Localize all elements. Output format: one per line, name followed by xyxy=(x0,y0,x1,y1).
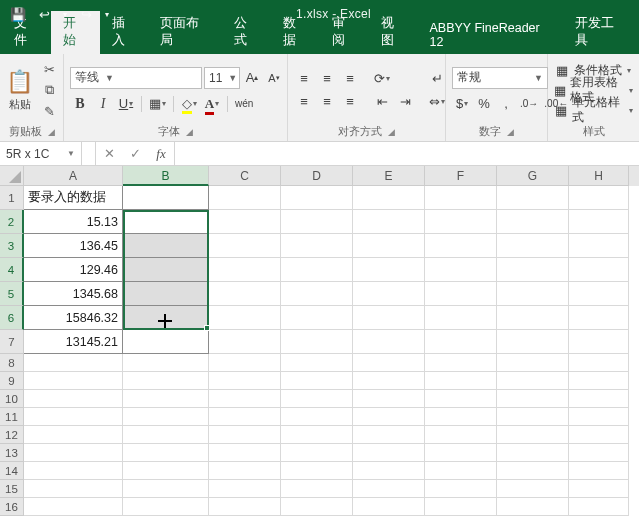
cell[interactable] xyxy=(569,480,629,498)
align-launcher-icon[interactable]: ◢ xyxy=(388,127,395,137)
cell[interactable] xyxy=(569,210,629,234)
cell[interactable] xyxy=(425,498,497,516)
row-header[interactable]: 9 xyxy=(0,372,24,390)
cell-A5[interactable]: 1345.68 xyxy=(24,282,123,306)
cell[interactable] xyxy=(209,234,281,258)
cell[interactable] xyxy=(209,480,281,498)
cell[interactable] xyxy=(209,354,281,372)
cell[interactable] xyxy=(425,480,497,498)
cell[interactable] xyxy=(497,210,569,234)
cell[interactable] xyxy=(353,408,425,426)
percent-icon[interactable]: % xyxy=(474,94,494,114)
cell[interactable] xyxy=(209,372,281,390)
cell[interactable] xyxy=(24,426,123,444)
cell-A2[interactable]: 15.13 xyxy=(24,210,123,234)
cell[interactable] xyxy=(425,372,497,390)
undo-icon[interactable]: ↩ xyxy=(34,4,54,24)
cell[interactable] xyxy=(497,372,569,390)
cell[interactable] xyxy=(497,408,569,426)
cell[interactable] xyxy=(281,354,353,372)
cell[interactable] xyxy=(209,498,281,516)
cell[interactable] xyxy=(123,372,209,390)
align-top-icon[interactable]: ≡ xyxy=(294,69,314,89)
cell[interactable] xyxy=(281,234,353,258)
cell[interactable] xyxy=(209,330,281,354)
row-header[interactable]: 13 xyxy=(0,444,24,462)
col-header-F[interactable]: F xyxy=(425,166,497,186)
cell[interactable] xyxy=(353,462,425,480)
cell[interactable] xyxy=(281,498,353,516)
cell[interactable] xyxy=(497,258,569,282)
row-header[interactable]: 12 xyxy=(0,426,24,444)
number-format-combo[interactable]: 常规▼ xyxy=(452,67,548,89)
cell[interactable] xyxy=(24,354,123,372)
cell[interactable] xyxy=(24,408,123,426)
cell-B3[interactable] xyxy=(123,234,209,258)
cell[interactable] xyxy=(281,426,353,444)
cell[interactable] xyxy=(497,480,569,498)
cell[interactable] xyxy=(425,234,497,258)
align-left-icon[interactable]: ≡ xyxy=(294,92,314,112)
col-header-E[interactable]: E xyxy=(353,166,425,186)
cell[interactable] xyxy=(425,210,497,234)
cell[interactable] xyxy=(425,354,497,372)
cell[interactable] xyxy=(569,462,629,480)
cell[interactable] xyxy=(281,330,353,354)
align-center-icon[interactable]: ≡ xyxy=(317,92,337,112)
cell[interactable] xyxy=(353,258,425,282)
worksheet[interactable]: A B C D E F G H 1 要录入的数据 2 15.13 3 136.4… xyxy=(0,166,639,516)
cell[interactable] xyxy=(281,462,353,480)
cell[interactable] xyxy=(281,408,353,426)
tab-developer[interactable]: 开发工具 xyxy=(563,11,637,54)
cell[interactable] xyxy=(569,372,629,390)
cell[interactable] xyxy=(569,234,629,258)
cell[interactable] xyxy=(123,444,209,462)
cell[interactable] xyxy=(353,390,425,408)
cell[interactable] xyxy=(353,186,425,210)
enter-formula-icon[interactable]: ✓ xyxy=(122,146,148,161)
cell[interactable] xyxy=(569,498,629,516)
cell[interactable] xyxy=(425,330,497,354)
cell[interactable] xyxy=(569,408,629,426)
col-header-G[interactable]: G xyxy=(497,166,569,186)
increase-font-icon[interactable]: A▴ xyxy=(242,68,262,88)
cell[interactable] xyxy=(569,282,629,306)
cell[interactable] xyxy=(497,282,569,306)
format-painter-icon[interactable]: ✎ xyxy=(39,102,59,120)
row-header[interactable]: 3 xyxy=(0,234,24,258)
increase-decimal-icon[interactable]: .0→ xyxy=(518,94,540,114)
cell[interactable] xyxy=(353,480,425,498)
tab-abbyy[interactable]: ABBYY FineReader 12 xyxy=(417,17,563,54)
decrease-font-icon[interactable]: A▾ xyxy=(264,68,284,88)
col-header-A[interactable]: A xyxy=(24,166,123,186)
copy-icon[interactable]: ⧉ xyxy=(39,81,59,99)
cell[interactable] xyxy=(281,480,353,498)
row-header[interactable]: 15 xyxy=(0,480,24,498)
fx-icon[interactable]: fx xyxy=(148,146,174,162)
border-button[interactable]: ▦▾ xyxy=(147,94,168,114)
cell[interactable] xyxy=(123,462,209,480)
undo-dropdown-icon[interactable]: ▾ xyxy=(60,4,70,24)
cell-B1[interactable] xyxy=(123,186,209,210)
cell[interactable] xyxy=(569,306,629,330)
cell[interactable] xyxy=(24,462,123,480)
cell[interactable] xyxy=(209,390,281,408)
cell[interactable] xyxy=(123,426,209,444)
cell[interactable] xyxy=(281,258,353,282)
cell[interactable] xyxy=(425,258,497,282)
cell[interactable] xyxy=(209,186,281,210)
cell[interactable] xyxy=(281,210,353,234)
decrease-indent-icon[interactable]: ⇤ xyxy=(372,92,392,112)
font-color-button[interactable]: A▾ xyxy=(202,94,222,114)
cell-A1[interactable]: 要录入的数据 xyxy=(24,186,123,210)
cell-B6[interactable] xyxy=(123,306,209,330)
bold-button[interactable]: B xyxy=(70,94,90,114)
redo-icon[interactable]: ↪ xyxy=(76,4,96,24)
cell[interactable] xyxy=(497,498,569,516)
save-icon[interactable]: 💾 xyxy=(8,4,28,24)
cell[interactable] xyxy=(353,234,425,258)
row-header[interactable]: 5 xyxy=(0,282,24,306)
cell-A7[interactable]: 13145.21 xyxy=(24,330,123,354)
cell[interactable] xyxy=(281,282,353,306)
row-header[interactable]: 8 xyxy=(0,354,24,372)
